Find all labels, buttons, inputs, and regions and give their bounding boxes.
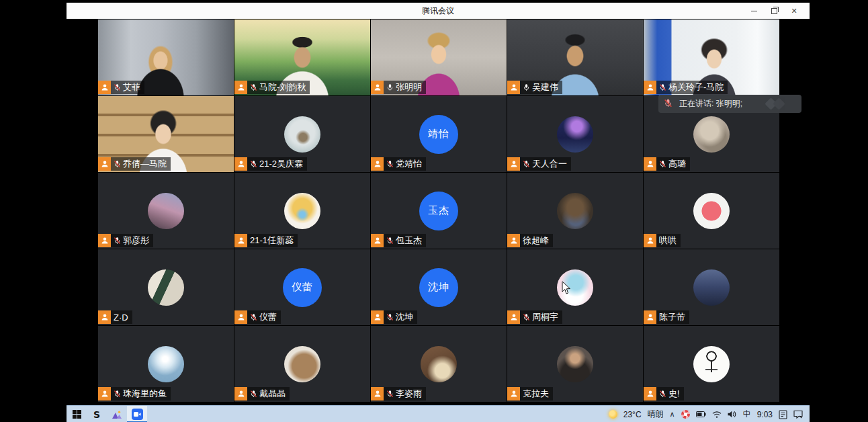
participant-label: 陈子芾 xyxy=(656,310,689,324)
participant-tile[interactable]: 天人合一 xyxy=(507,96,643,172)
host-badge xyxy=(98,234,111,247)
taskbar-clock[interactable]: 9:03 xyxy=(757,410,773,419)
participant-tile[interactable]: 21-1任新蕊 xyxy=(234,173,370,249)
participant-label-row: 党靖怡 xyxy=(371,157,426,171)
catgray-avatar xyxy=(693,116,730,153)
fireworks-avatar xyxy=(557,116,593,153)
taskbar-pinned-apps: S xyxy=(67,406,147,422)
photos-app-button[interactable] xyxy=(107,406,127,422)
muted-mic-icon xyxy=(664,98,672,110)
notes-icon[interactable] xyxy=(779,410,787,419)
tencent-meeting-app-button[interactable] xyxy=(127,406,147,422)
participant-label: 仪蕾 xyxy=(247,310,281,324)
participant-name: 戴晶晶 xyxy=(259,388,286,400)
participant-tile[interactable]: 靖怡 党靖怡 xyxy=(371,96,507,172)
weather-condition[interactable]: 晴朗 xyxy=(648,409,664,420)
participant-tile[interactable]: 张明明 xyxy=(371,19,507,95)
person-icon xyxy=(237,160,245,168)
participant-tile[interactable]: 周桐宇 xyxy=(507,249,643,325)
participant-label: 哄哄 xyxy=(656,234,681,247)
close-button[interactable]: ✕ xyxy=(784,3,804,19)
taskbar: S 23°C 晴朗 ∧ 中 9:03 xyxy=(67,405,810,422)
host-badge xyxy=(371,234,384,247)
participant-tile[interactable]: 徐超峰 xyxy=(507,173,643,249)
participant-tile[interactable]: 史! xyxy=(644,326,779,402)
muted-mic-icon xyxy=(523,160,530,168)
person-icon xyxy=(237,237,245,245)
muted-mic-icon xyxy=(114,160,121,168)
participant-label-row: 哄哄 xyxy=(644,234,681,247)
muted-mic-icon xyxy=(523,313,530,321)
ime-indicator[interactable]: 中 xyxy=(743,409,751,420)
animeboy-avatar xyxy=(557,193,593,229)
participant-tile[interactable]: 杨关玲子-马院 xyxy=(644,19,779,95)
muted-mic-icon xyxy=(659,83,666,91)
host-badge xyxy=(644,157,656,171)
initials-avatar: 靖怡 xyxy=(419,115,458,154)
participant-tile[interactable]: 马院-刘韵秋 xyxy=(234,19,370,95)
participant-label-row: 张明明 xyxy=(371,81,426,94)
minimize-button[interactable] xyxy=(744,3,764,19)
pinwheel-app-button[interactable]: S xyxy=(87,406,107,422)
stick-avatar xyxy=(693,346,730,382)
participant-tile[interactable]: 李姿雨 xyxy=(371,326,507,402)
participant-label-row: 艾菲 xyxy=(98,81,144,94)
participant-label: 张明明 xyxy=(384,81,426,94)
participant-tile[interactable]: 乔倩—马院 xyxy=(98,96,234,172)
participant-name: 包玉杰 xyxy=(396,235,422,247)
person-icon xyxy=(101,83,109,91)
participant-name: Z·D xyxy=(114,312,128,323)
participant-label: 戴晶晶 xyxy=(247,387,290,400)
participant-tile[interactable]: 陈子芾 xyxy=(644,249,779,325)
pinwheel-app-icon: S xyxy=(93,409,100,420)
host-badge xyxy=(507,81,520,94)
participant-tile[interactable]: 艾菲 xyxy=(98,19,234,95)
participant-tile[interactable]: 吴建伟 xyxy=(507,19,643,95)
participant-label: 艾菲 xyxy=(111,81,144,94)
participant-tile[interactable]: 珠海里的鱼 xyxy=(98,326,234,402)
restore-button[interactable] xyxy=(764,3,784,19)
participant-tile[interactable]: 郭彦彤 xyxy=(98,173,234,249)
person-icon xyxy=(101,237,109,245)
participant-label: 高璐 xyxy=(656,157,690,171)
participant-name: 张明明 xyxy=(396,81,422,93)
participant-label: 史! xyxy=(656,387,684,400)
participant-tile[interactable]: 仪蕾 仪蕾 xyxy=(234,249,370,325)
speaking-toast: 正在讲话: 张明明; xyxy=(658,95,801,113)
person-icon xyxy=(374,83,382,91)
person-icon xyxy=(510,160,518,168)
start-button[interactable] xyxy=(67,406,87,422)
streetlight-avatar xyxy=(148,346,184,382)
host-badge xyxy=(234,234,247,247)
wifi-icon[interactable] xyxy=(712,411,722,418)
person-icon xyxy=(101,313,109,321)
red-swirl-tray-icon[interactable] xyxy=(681,410,690,419)
speaker-icon[interactable] xyxy=(728,411,737,418)
action-center-icon[interactable] xyxy=(793,410,803,419)
weather-temp[interactable]: 23°C xyxy=(623,410,642,419)
battery-icon[interactable] xyxy=(696,411,706,417)
person-icon xyxy=(646,390,654,398)
participant-tile[interactable]: 21-2吴庆霖 xyxy=(234,96,370,172)
participant-tile[interactable]: 玉杰 包玉杰 xyxy=(371,173,507,249)
host-badge xyxy=(234,310,247,324)
muted-mic-icon xyxy=(114,390,121,398)
participant-tile[interactable]: 克拉夫 xyxy=(507,326,643,402)
participant-name: 李姿雨 xyxy=(396,388,422,400)
initials-avatar: 玉杰 xyxy=(419,192,458,230)
participant-tile[interactable]: 戴晶晶 xyxy=(234,326,370,402)
host-badge xyxy=(644,81,656,94)
participant-label-row: 杨关玲子-马院 xyxy=(644,81,728,94)
participant-tile[interactable]: Z·D xyxy=(98,249,234,325)
host-badge xyxy=(507,387,520,400)
host-badge xyxy=(371,310,384,324)
participant-label-row: 克拉夫 xyxy=(507,387,553,400)
restore-icon xyxy=(771,8,777,14)
sunset-avatar xyxy=(148,193,184,229)
person-icon xyxy=(646,160,654,168)
participant-tile[interactable]: 哄哄 xyxy=(644,173,779,249)
participant-name: 高璐 xyxy=(668,158,686,170)
participant-tile[interactable]: 沈坤 沈坤 xyxy=(371,249,507,325)
catbrown-avatar xyxy=(284,346,320,382)
chevron-up-icon[interactable]: ∧ xyxy=(670,410,675,419)
